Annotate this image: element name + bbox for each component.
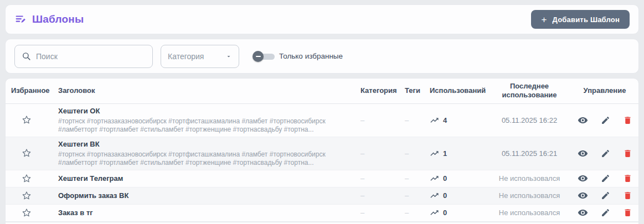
column-header-title: Заголовок xyxy=(53,83,355,98)
template-hashtags: #тортнск #тортназаказновосибирск #тортфи… xyxy=(58,117,335,134)
uses-count: 0 xyxy=(443,209,447,217)
add-template-button-label: Добавить Шаблон xyxy=(553,15,620,24)
add-template-button[interactable]: + Добавить Шаблон xyxy=(531,10,630,29)
last-used-value: Не использовался xyxy=(488,209,571,217)
favorite-star-button[interactable] xyxy=(21,148,32,159)
delete-button[interactable] xyxy=(623,149,632,158)
eye-icon xyxy=(578,148,588,159)
column-header-favorite: Избранное xyxy=(6,83,53,98)
template-title: Хештеги ВК xyxy=(58,140,355,149)
category-value: – xyxy=(355,209,399,217)
eye-icon xyxy=(578,173,588,184)
uses-count: 0 xyxy=(443,174,447,183)
column-header-actions: Управление xyxy=(571,83,638,98)
pencil-icon xyxy=(601,174,610,183)
view-button[interactable] xyxy=(578,148,588,159)
column-header-tags: Теги xyxy=(399,83,424,98)
favorite-star-button[interactable] xyxy=(21,207,32,218)
category-value: – xyxy=(355,174,399,183)
edit-button[interactable] xyxy=(601,191,610,200)
tags-value: – xyxy=(399,116,424,124)
view-button[interactable] xyxy=(578,207,588,218)
plus-icon: + xyxy=(541,15,547,24)
table-row: Хештеги ВК #тортнск #тортназаказновосиби… xyxy=(6,137,638,170)
tags-value: – xyxy=(399,191,424,200)
trending-up-icon xyxy=(430,191,439,200)
last-used-value: 05.11.2025 16:21 xyxy=(488,149,571,158)
star-outline-icon xyxy=(21,173,32,184)
trending-up-icon xyxy=(430,208,439,217)
tags-value: – xyxy=(399,149,424,158)
templates-edit-list-icon xyxy=(14,13,27,25)
edit-button[interactable] xyxy=(601,174,610,183)
last-used-value: 05.11.2025 16:22 xyxy=(488,116,571,124)
template-title: Заказ в тг xyxy=(58,209,355,217)
delete-button[interactable] xyxy=(623,191,632,200)
template-title: Хештеги Телеграм xyxy=(58,174,355,183)
favorites-toggle-label: Только избранные xyxy=(279,52,343,60)
eye-icon xyxy=(578,190,588,201)
table-footer: Количество на страницу: 10 1 - 5 из 5 xyxy=(6,222,638,224)
view-button[interactable] xyxy=(578,173,588,184)
favorite-star-button[interactable] xyxy=(21,190,32,201)
last-used-value: Не использовался xyxy=(488,191,571,200)
tags-value: – xyxy=(399,209,424,217)
search-icon xyxy=(22,51,31,61)
category-value: – xyxy=(355,116,399,124)
pencil-icon xyxy=(601,149,610,158)
delete-button[interactable] xyxy=(623,208,632,217)
search-box[interactable] xyxy=(14,45,153,68)
favorite-star-button[interactable] xyxy=(21,114,32,126)
pencil-icon xyxy=(601,116,610,125)
star-outline-icon xyxy=(21,207,32,218)
trending-up-icon xyxy=(430,149,439,158)
view-button[interactable] xyxy=(578,190,588,201)
uses-count: 1 xyxy=(443,149,447,158)
edit-button[interactable] xyxy=(601,149,610,158)
eye-icon xyxy=(578,115,588,126)
favorite-star-button[interactable] xyxy=(21,173,32,184)
star-outline-icon xyxy=(21,190,32,201)
template-title: Оформить заказ ВК xyxy=(58,191,355,200)
trash-icon xyxy=(623,174,632,183)
last-used-value: Не использовался xyxy=(488,174,571,183)
column-header-category: Категория xyxy=(355,83,399,98)
trending-up-icon xyxy=(430,174,439,183)
star-outline-icon xyxy=(21,148,32,159)
column-header-last-used: Последнее использование xyxy=(488,79,571,103)
favorites-only-toggle[interactable] xyxy=(253,51,275,62)
uses-count: 0 xyxy=(443,191,447,200)
edit-button[interactable] xyxy=(601,208,610,217)
table-body: Хештеги ОК #тортнск #тортназаказновосиби… xyxy=(6,104,638,222)
pencil-icon xyxy=(601,208,610,217)
category-select-label: Категория xyxy=(168,52,204,61)
table-row: Хештеги ОК #тортнск #тортназаказновосиби… xyxy=(6,104,638,137)
favorites-toggle-wrap: Только избранные xyxy=(253,51,343,62)
trending-up-icon xyxy=(430,116,439,125)
category-value: – xyxy=(355,149,399,158)
table-row: Оформить заказ ВК – – 0 Не использовался xyxy=(6,187,638,205)
view-button[interactable] xyxy=(578,115,588,126)
uses-count: 4 xyxy=(443,116,447,124)
column-header-uses: Использований xyxy=(424,83,488,98)
edit-button[interactable] xyxy=(601,116,610,125)
category-value: – xyxy=(355,191,399,200)
category-select[interactable]: Категория xyxy=(161,45,239,68)
filter-bar: Категория Только избранные xyxy=(5,39,639,74)
delete-button[interactable] xyxy=(623,116,632,125)
trash-icon xyxy=(623,208,632,217)
page-header: Шаблоны + Добавить Шаблон xyxy=(5,4,639,34)
table-row: Хештеги Телеграм – – 0 Не использовался xyxy=(6,170,638,187)
template-hashtags: #тортнск #тортназаказновосибирск #тортфи… xyxy=(58,150,335,167)
search-input[interactable] xyxy=(36,52,146,61)
page-title: Шаблоны xyxy=(32,13,84,25)
table-header-row: Избранное Заголовок Категория Теги Испол… xyxy=(6,79,638,104)
trash-icon xyxy=(623,116,632,125)
toggle-knob xyxy=(253,51,264,62)
delete-button[interactable] xyxy=(623,174,632,183)
table-row: Заказ в тг – – 0 Не использовался xyxy=(6,205,638,222)
title-wrap: Шаблоны xyxy=(14,13,84,25)
tags-value: – xyxy=(399,174,424,183)
eye-icon xyxy=(578,207,588,218)
trash-icon xyxy=(623,149,632,158)
